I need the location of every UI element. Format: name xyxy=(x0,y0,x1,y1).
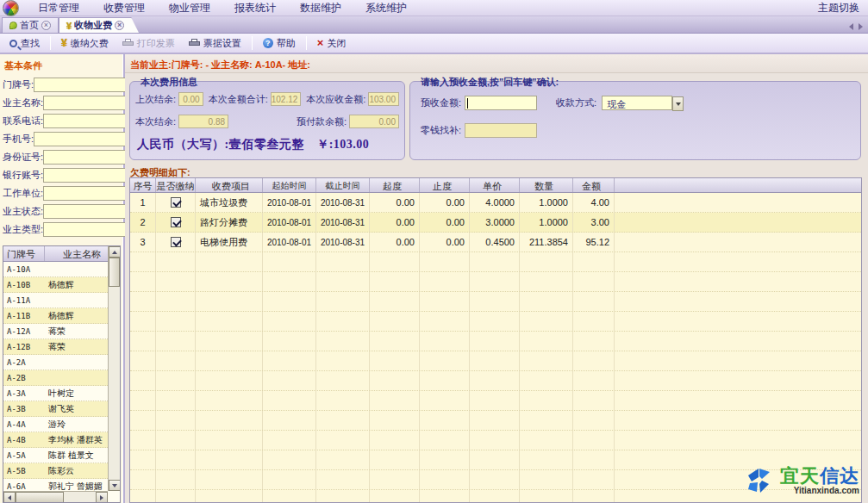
table-row-empty xyxy=(130,272,861,292)
owner-table-horizontal-scrollbar[interactable] xyxy=(3,491,108,502)
tab-home-close-icon[interactable]: × xyxy=(41,21,51,30)
home-icon xyxy=(9,22,17,29)
change-label: 零钱找补: xyxy=(421,124,461,137)
col-paid[interactable]: 是否缴纳 xyxy=(156,178,196,192)
find-button[interactable]: 查找 xyxy=(3,34,46,53)
owner-row[interactable]: A-4B李均林 潘群英 xyxy=(3,432,108,448)
col-amount[interactable]: 金额 xyxy=(573,178,615,192)
paid-checkbox[interactable] xyxy=(171,197,181,208)
money-icon: ¥ xyxy=(66,21,72,31)
owner-row[interactable]: A-10B杨德辉 xyxy=(3,277,108,293)
scrollbar-thumb[interactable] xyxy=(109,258,120,287)
app-logo-icon xyxy=(3,0,20,16)
paid-checkbox[interactable] xyxy=(171,217,181,227)
main-panel: 当前业主:门牌号: - 业主名称: A-10A- 地址: 本次费用信息 上次结余… xyxy=(125,54,868,503)
owner-table: 门牌号 业主名称 A-10A A-10B杨德辉 A-11A A-11B杨德辉 A… xyxy=(3,245,121,503)
pay-arrears-button[interactable]: ¥ 缴纳欠费 xyxy=(55,34,115,53)
printer-icon xyxy=(189,39,200,47)
owner-row[interactable]: A-12A蒋荣 xyxy=(3,324,108,339)
pinwheel-icon xyxy=(741,463,776,498)
toolbar: 查找 ¥ 缴纳欠费 打印发票 票据设置 ? 帮助 × 关闭 xyxy=(0,34,868,54)
col-owner-name[interactable]: 业主名称 xyxy=(45,246,104,261)
owner-table-vertical-scrollbar[interactable] xyxy=(108,246,120,491)
help-icon: ? xyxy=(263,38,273,48)
due-label: 本次应收金额: xyxy=(306,93,365,106)
tab-scroll-left-icon[interactable] xyxy=(849,23,853,30)
scroll-down-icon[interactable] xyxy=(109,480,121,491)
scrollbar-thumb[interactable] xyxy=(16,492,64,503)
col-item[interactable]: 收费项目 xyxy=(196,178,263,192)
bank-account-label: 银行账号: xyxy=(3,169,43,182)
prepay-amount-input[interactable] xyxy=(465,96,537,110)
payment-method-select[interactable]: 现金 xyxy=(602,96,672,110)
basic-conditions-title: 基本条件 xyxy=(4,59,121,72)
col-start-time[interactable]: 起始时间 xyxy=(263,178,316,192)
menu-report-statistics[interactable]: 报表统计 xyxy=(222,0,288,16)
menu-daily-management[interactable]: 日常管理 xyxy=(26,0,91,16)
scroll-left-icon[interactable] xyxy=(3,492,16,503)
col-room-no[interactable]: 门牌号 xyxy=(3,246,45,261)
toolbar-separator xyxy=(50,36,51,50)
col-start-reading[interactable]: 起度 xyxy=(370,178,420,192)
close-button[interactable]: × 关闭 xyxy=(311,34,353,53)
close-icon: × xyxy=(317,38,324,48)
owner-row[interactable]: A-10A xyxy=(3,262,108,277)
help-button[interactable]: ? 帮助 xyxy=(257,34,302,53)
owner-name-label: 业主名称: xyxy=(3,96,43,109)
tab-home[interactable]: 首页 × xyxy=(2,17,59,33)
menu-fee-management[interactable]: 收费管理 xyxy=(91,0,157,16)
prepaid-label: 预付款余额: xyxy=(297,115,347,128)
col-end-time[interactable]: 截止时间 xyxy=(316,178,370,192)
paid-checkbox[interactable] xyxy=(171,237,181,247)
owner-row[interactable]: A-4A游玲 xyxy=(3,417,108,432)
menu-property-management[interactable]: 物业管理 xyxy=(157,0,222,16)
owner-row[interactable]: A-2B xyxy=(3,370,108,386)
owner-row[interactable]: A-11B杨德辉 xyxy=(3,308,108,324)
owner-row[interactable]: A-11A xyxy=(3,293,108,308)
brand-name-blue: 信达 xyxy=(820,465,859,487)
print-invoice-button: 打印发票 xyxy=(116,34,181,53)
prepaid-value: 0.00 xyxy=(349,115,399,128)
prev-balance-value: 0.00 xyxy=(178,92,203,106)
fee-info-title: 本次费用信息 xyxy=(137,76,201,89)
theme-switch-button[interactable]: 主题切换 xyxy=(809,1,868,16)
table-row-empty xyxy=(130,391,861,411)
toolbar-separator xyxy=(306,36,307,50)
scroll-up-icon[interactable] xyxy=(109,246,121,258)
scroll-right-icon[interactable] xyxy=(96,492,108,503)
owner-row[interactable]: A-2A xyxy=(3,355,108,370)
chevron-down-icon[interactable] xyxy=(672,96,684,111)
receipt-settings-button[interactable]: 票据设置 xyxy=(183,34,247,53)
owner-row[interactable]: A-5A陈群 植景文 xyxy=(3,448,108,463)
owner-type-label: 业主类型: xyxy=(3,223,43,236)
menu-data-maintenance[interactable]: 数据维护 xyxy=(288,0,353,16)
owner-row[interactable]: A-3A叶树定 xyxy=(3,386,108,401)
table-row-empty xyxy=(130,351,861,371)
detail-row[interactable]: 1 城市垃圾费 2010-08-01 2010-08-31 0.00 0.00 … xyxy=(130,193,861,213)
brand-logo: 宜天信达 Yitianxinda.com xyxy=(741,463,859,498)
tab-collect-property-fee[interactable]: ¥ 收物业费 × xyxy=(59,17,132,33)
owner-row[interactable]: A-3B谢飞英 xyxy=(3,401,108,417)
id-card-label: 身份证号: xyxy=(3,151,43,164)
table-row-empty xyxy=(130,371,861,391)
col-seq[interactable]: 序号 xyxy=(130,178,156,192)
col-quantity[interactable]: 数量 xyxy=(520,178,573,192)
col-unit-price[interactable]: 单价 xyxy=(470,178,520,192)
owner-row[interactable]: A-5B陈彩云 xyxy=(3,463,108,479)
table-row-empty xyxy=(130,312,861,332)
brand-domain: Yitianxinda.com xyxy=(780,487,859,495)
tab-fee-close-icon[interactable]: × xyxy=(115,21,124,30)
tab-scroll-right-icon[interactable] xyxy=(859,23,863,30)
brand-name-green: 宜天 xyxy=(780,465,820,487)
table-row-empty xyxy=(130,292,861,312)
menu-system-maintenance[interactable]: 系统维护 xyxy=(353,0,419,16)
arrears-detail-table: 序号 是否缴纳 收费项目 起始时间 截止时间 起度 止度 单价 数量 金额 1 … xyxy=(129,177,862,503)
col-end-reading[interactable]: 止度 xyxy=(420,178,470,192)
change-input[interactable] xyxy=(465,123,537,138)
detail-row[interactable]: 3 电梯使用费 2010-08-01 2010-08-31 0.00 0.00 … xyxy=(130,233,861,252)
detail-row[interactable]: 2 路灯分摊费 2010-08-01 2010-08-31 0.00 0.00 … xyxy=(130,213,861,233)
work-unit-label: 工作单位: xyxy=(3,187,43,200)
toolbar-separator xyxy=(252,36,253,50)
owner-row[interactable]: A-12B蒋荣 xyxy=(3,339,108,355)
owner-row[interactable]: A-6A郭礼宁 曾媚媚 xyxy=(3,479,108,491)
